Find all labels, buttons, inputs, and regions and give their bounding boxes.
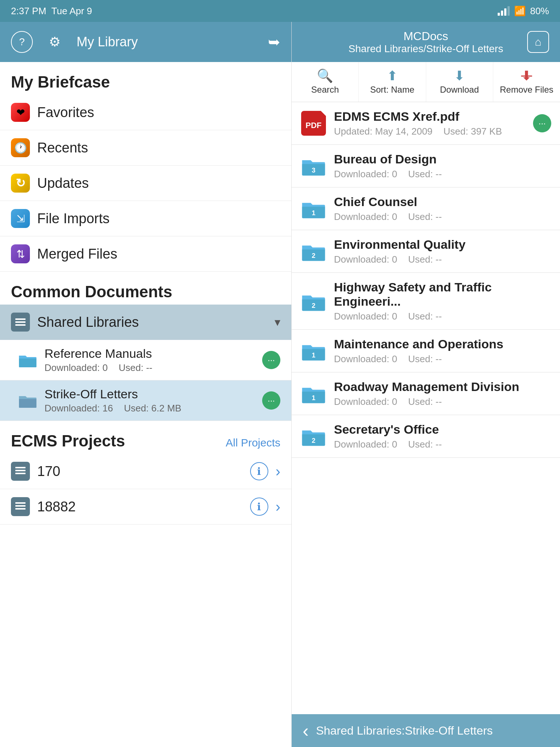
folder-icon bbox=[18, 351, 37, 369]
favorites-label: Favorites bbox=[37, 105, 94, 120]
project-actions: ℹ › bbox=[250, 462, 280, 480]
remove-label: Remove Files bbox=[500, 85, 553, 95]
home-button[interactable]: ⌂ bbox=[527, 31, 549, 53]
settings-button[interactable]: ⚙ bbox=[44, 31, 66, 53]
file-info-pdf: EDMS ECMS Xref.pdf Updated: May 14, 2009… bbox=[334, 109, 526, 137]
sidebar-header: ? ⚙ My Library ➥ bbox=[0, 22, 291, 62]
bottom-nav-label: Shared Libraries:Strike-Off Letters bbox=[316, 724, 493, 738]
file-menu-button-pdf[interactable]: ··· bbox=[533, 114, 551, 132]
pdf-icon: PDF bbox=[301, 111, 326, 136]
signal-icon bbox=[498, 6, 510, 16]
sidebar-item-merged-files[interactable]: ⇅ Merged Files bbox=[0, 236, 291, 272]
sidebar-item-favorites[interactable]: ❤ Favorites bbox=[0, 95, 291, 130]
remove-files-button[interactable]: ⬇ Remove Files bbox=[493, 62, 560, 102]
updates-label: Updates bbox=[37, 175, 89, 191]
svg-rect-5 bbox=[15, 473, 26, 474]
pdf-icon-container: PDF bbox=[300, 110, 327, 136]
file-meta-pdf: Updated: May 14, 2009 Used: 397 KB bbox=[334, 126, 526, 137]
svg-text:1: 1 bbox=[312, 209, 315, 217]
project-chevron-right-170[interactable]: › bbox=[276, 463, 280, 480]
subfolder-active-menu-button[interactable]: ··· bbox=[262, 391, 280, 410]
file-meta-env: Downloaded: 0 Used: -- bbox=[334, 254, 551, 265]
file-item-chief[interactable]: 1 Chief Counsel Downloaded: 0 Used: -- bbox=[292, 187, 560, 230]
sidebar-item-recents[interactable]: 🕐 Recents bbox=[0, 130, 291, 166]
file-name-chief: Chief Counsel bbox=[334, 195, 551, 209]
file-name-secretary: Secretary's Office bbox=[334, 422, 551, 437]
sidebar-item-updates[interactable]: ↻ Updates bbox=[0, 166, 291, 201]
battery-status: 80% bbox=[530, 5, 549, 17]
shared-libraries-item[interactable]: Shared Libraries ▾ bbox=[0, 305, 291, 340]
subfolder-info-active: Strike-Off Letters Downloaded: 16 Used: … bbox=[44, 387, 255, 414]
file-name-roadway: Roadway Management Division bbox=[334, 380, 551, 394]
download-icon: ⬇ bbox=[454, 69, 465, 82]
file-item-maintenance[interactable]: 1 Maintenance and Operations Downloaded:… bbox=[292, 330, 560, 372]
file-meta-bureau: Downloaded: 0 Used: -- bbox=[334, 169, 551, 180]
file-item-bureau[interactable]: 3 Bureau of Design Downloaded: 0 Used: -… bbox=[292, 145, 560, 187]
subfolder-meta-active: Downloaded: 16 Used: 6.2 MB bbox=[44, 403, 255, 414]
project-item-170[interactable]: 170 ℹ › bbox=[0, 454, 291, 489]
file-meta-chief: Downloaded: 0 Used: -- bbox=[334, 211, 551, 222]
svg-text:2: 2 bbox=[312, 437, 315, 444]
subfolder-strike-off-letters[interactable]: Strike-Off Letters Downloaded: 16 Used: … bbox=[0, 380, 291, 421]
recents-icon: 🕐 bbox=[11, 138, 30, 157]
file-meta-secretary: Downloaded: 0 Used: -- bbox=[334, 439, 551, 450]
file-info-secretary: Secretary's Office Downloaded: 0 Used: -… bbox=[334, 422, 551, 450]
file-info-chief: Chief Counsel Downloaded: 0 Used: -- bbox=[334, 195, 551, 222]
file-info-highway: Highway Safety and Traffic Engineeri... … bbox=[334, 280, 551, 322]
file-item-highway[interactable]: 2 Highway Safety and Traffic Engineeri..… bbox=[292, 273, 560, 330]
svg-rect-0 bbox=[15, 318, 26, 320]
search-button[interactable]: 🔍 Search bbox=[292, 62, 359, 102]
help-button[interactable]: ? bbox=[11, 31, 33, 53]
sort-button[interactable]: ⬆ Sort: Name bbox=[359, 62, 426, 102]
all-projects-link[interactable]: All Projects bbox=[226, 437, 280, 449]
project-info-button-170[interactable]: ℹ bbox=[250, 462, 268, 480]
file-item-secretary[interactable]: 2 Secretary's Office Downloaded: 0 Used:… bbox=[292, 415, 560, 458]
merged-files-label: Merged Files bbox=[37, 246, 117, 262]
logout-button[interactable]: ➥ bbox=[268, 34, 280, 50]
svg-text:2: 2 bbox=[312, 252, 315, 259]
file-name-pdf: EDMS ECMS Xref.pdf bbox=[334, 109, 526, 124]
bottom-nav: ‹ Shared Libraries:Strike-Off Letters bbox=[292, 714, 560, 747]
folder-icon-secretary: 2 bbox=[300, 423, 327, 449]
download-button[interactable]: ⬇ Download bbox=[426, 62, 493, 102]
svg-rect-4 bbox=[15, 470, 26, 471]
updates-icon: ↻ bbox=[11, 174, 30, 193]
subfolder-reference-manuals[interactable]: Reference Manuals Downloaded: 0 Used: --… bbox=[0, 340, 291, 380]
folder-icon-highway: 2 bbox=[300, 288, 327, 314]
file-meta-highway: Downloaded: 0 Used: -- bbox=[334, 311, 551, 322]
file-item-roadway[interactable]: 1 Roadway Management Division Downloaded… bbox=[292, 372, 560, 415]
sidebar-item-file-imports[interactable]: ⇲ File Imports bbox=[0, 201, 291, 236]
back-button[interactable]: ‹ bbox=[303, 720, 309, 741]
ecms-title: ECMS Projects bbox=[11, 432, 125, 450]
file-item-pdf[interactable]: PDF EDMS ECMS Xref.pdf Updated: May 14, … bbox=[292, 102, 560, 145]
svg-text:2: 2 bbox=[312, 302, 315, 309]
project-name-170: 170 bbox=[37, 464, 243, 479]
svg-rect-8 bbox=[15, 508, 26, 510]
right-panel-header: MCDocs Shared Libraries/Strike-Off Lette… bbox=[292, 22, 560, 62]
sidebar-title: My Library bbox=[77, 34, 138, 50]
file-name-bureau: Bureau of Design bbox=[334, 152, 551, 166]
project-actions-2: ℹ › bbox=[250, 498, 280, 516]
file-list: PDF EDMS ECMS Xref.pdf Updated: May 14, … bbox=[292, 102, 560, 714]
shared-libraries-icon bbox=[11, 313, 30, 332]
file-imports-icon: ⇲ bbox=[11, 209, 30, 228]
wifi-icon: 📶 bbox=[514, 5, 526, 17]
app-name: MCDocs bbox=[324, 30, 527, 43]
project-chevron-right-18882[interactable]: › bbox=[276, 499, 280, 515]
logout-icon: ➥ bbox=[268, 34, 280, 50]
file-info-env: Environmental Quality Downloaded: 0 Used… bbox=[334, 237, 551, 265]
project-item-18882[interactable]: 18882 ℹ › bbox=[0, 489, 291, 525]
file-info-roadway: Roadway Management Division Downloaded: … bbox=[334, 380, 551, 407]
project-name-18882: 18882 bbox=[37, 499, 243, 515]
file-meta-maintenance: Downloaded: 0 Used: -- bbox=[334, 353, 551, 365]
project-icon bbox=[11, 462, 30, 481]
subfolder-menu-button[interactable]: ··· bbox=[262, 351, 280, 369]
svg-rect-2 bbox=[15, 324, 26, 326]
svg-text:3: 3 bbox=[312, 166, 315, 174]
file-info-maintenance: Maintenance and Operations Downloaded: 0… bbox=[334, 337, 551, 365]
file-item-env[interactable]: 2 Environmental Quality Downloaded: 0 Us… bbox=[292, 230, 560, 273]
back-icon: ‹ bbox=[303, 720, 309, 741]
sort-icon: ⬆ bbox=[387, 69, 398, 82]
project-info-button-18882[interactable]: ℹ bbox=[250, 498, 268, 516]
svg-rect-3 bbox=[15, 467, 26, 468]
